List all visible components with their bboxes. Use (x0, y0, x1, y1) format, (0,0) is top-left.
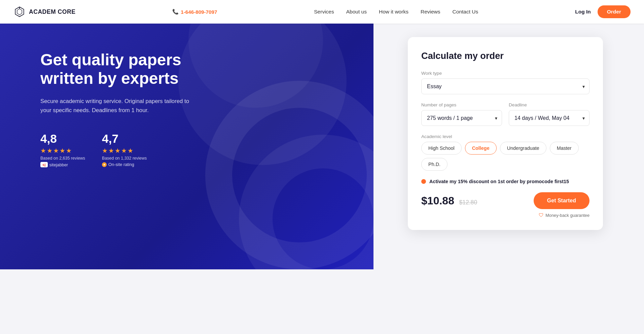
rating2-number: 4,7 (102, 132, 147, 145)
discount-row: Activate my 15% discount on 1st order by… (421, 179, 589, 184)
star-1: ★ (40, 147, 46, 155)
pages-deadline-row: Number of pages 275 words / 1 page 550 w… (421, 102, 589, 126)
work-type-group: Work type Essay Research Paper Term Pape… (421, 71, 589, 94)
star-3: ★ (115, 147, 120, 155)
hero-subtitle: Secure academic writing service. Origina… (40, 97, 195, 115)
rating2-label: Based on 1,332 reviews (102, 156, 147, 161)
level-college[interactable]: College (465, 142, 497, 155)
onsite-name: On-site rating (108, 162, 134, 167)
hero-right: Calculate my order Work type Essay Resea… (373, 24, 644, 269)
level-buttons: High School College Undergraduate Master… (421, 142, 589, 171)
star-5: ★ (66, 147, 72, 155)
price-current: $10.88 (421, 195, 454, 207)
discount-dot-icon (421, 179, 426, 184)
logo[interactable]: ACADEM CORE (13, 6, 75, 18)
academic-level-group: Academic level High School College Under… (421, 134, 589, 171)
rating2-source: ★ On-site rating (102, 162, 147, 167)
deadline-select[interactable]: 14 days / Wed, May 04 7 days 3 days 24 h… (509, 110, 589, 126)
nav-services[interactable]: Services (314, 9, 334, 15)
hero-title: Get quality papers written by experts (40, 51, 209, 88)
price-old: $12.80 (459, 199, 477, 206)
login-button[interactable]: Log In (575, 9, 591, 15)
logo-icon (13, 6, 26, 18)
calculator-card: Calculate my order Work type Essay Resea… (408, 37, 603, 230)
star-2: ★ (47, 147, 52, 155)
sitejabber-badge: sj (40, 162, 48, 167)
header: ACADEM CORE 📞 1-646-809-7097 Services Ab… (0, 0, 644, 24)
nav-reviews[interactable]: Reviews (421, 9, 440, 15)
order-button[interactable]: Order (598, 5, 631, 18)
price-row: $10.88 $12.80 Get Started (421, 192, 589, 209)
star-2: ★ (108, 147, 114, 155)
hero-section: Get quality papers written by experts Se… (0, 24, 644, 269)
rating-onsite: 4,7 ★ ★ ★ ★ ★ Based on 1,332 reviews ★ O… (102, 132, 147, 167)
pages-select-wrapper: 275 words / 1 page 550 words / 2 pages 8… (421, 110, 502, 126)
hero-left: Get quality papers written by experts Se… (0, 24, 373, 269)
star-4: ★ (121, 147, 127, 155)
rating1-source: sj sitejabber (40, 162, 85, 167)
sitejabber-name: sitejabber (49, 162, 68, 167)
work-type-select-wrapper: Essay Research Paper Term Paper Disserta… (421, 78, 589, 94)
logo-text: ACADEM CORE (29, 8, 75, 15)
nav-how-it-works[interactable]: How it works (379, 9, 408, 15)
level-high-school[interactable]: High School (421, 142, 462, 155)
level-undergraduate[interactable]: Undergraduate (500, 142, 546, 155)
star-5: ★ (128, 147, 133, 155)
decorative-circle-2 (188, 24, 323, 108)
rating1-number: 4,8 (40, 132, 85, 145)
calculator-title: Calculate my order (421, 51, 589, 61)
star-4: ★ (60, 147, 65, 155)
rating-sitejabber: 4,8 ★ ★ ★ ★ ★ Based on 2,635 reviews sj … (40, 132, 85, 167)
level-master[interactable]: Master (550, 142, 579, 155)
onsite-badge-icon: ★ (102, 162, 107, 167)
deadline-select-wrapper: 14 days / Wed, May 04 7 days 3 days 24 h… (509, 110, 589, 126)
header-actions: Log In Order (575, 5, 631, 18)
price-block: $10.88 $12.80 (421, 195, 477, 207)
pages-label: Number of pages (421, 102, 502, 107)
level-phd[interactable]: Ph.D. (421, 158, 448, 171)
pages-select[interactable]: 275 words / 1 page 550 words / 2 pages 8… (421, 110, 502, 126)
academic-level-label: Academic level (421, 134, 589, 139)
deadline-label: Deadline (509, 102, 589, 107)
work-type-select[interactable]: Essay Research Paper Term Paper Disserta… (421, 78, 589, 94)
money-back-text: Money-back guarantee (545, 213, 589, 218)
work-type-label: Work type (421, 71, 589, 76)
phone-number: 1-646-809-7097 (181, 9, 217, 15)
rating2-stars: ★ ★ ★ ★ ★ (102, 147, 147, 155)
money-back-row: 🛡 Money-back guarantee (421, 212, 589, 218)
star-3: ★ (53, 147, 59, 155)
rating1-stars: ★ ★ ★ ★ ★ (40, 147, 85, 155)
get-started-button[interactable]: Get Started (534, 192, 589, 209)
phone-link[interactable]: 📞 1-646-809-7097 (172, 9, 217, 15)
shield-icon: 🛡 (539, 212, 543, 218)
rating1-label: Based on 2,635 reviews (40, 156, 85, 161)
phone-icon: 📞 (172, 9, 179, 15)
main-nav: Services About us How it works Reviews C… (314, 9, 478, 15)
deadline-group: Deadline 14 days / Wed, May 04 7 days 3 … (509, 102, 589, 126)
nav-about[interactable]: About us (346, 9, 367, 15)
pages-group: Number of pages 275 words / 1 page 550 w… (421, 102, 502, 126)
discount-text: Activate my 15% discount on 1st order by… (429, 179, 569, 184)
nav-contact[interactable]: Contact Us (453, 9, 478, 15)
star-1: ★ (102, 147, 108, 155)
